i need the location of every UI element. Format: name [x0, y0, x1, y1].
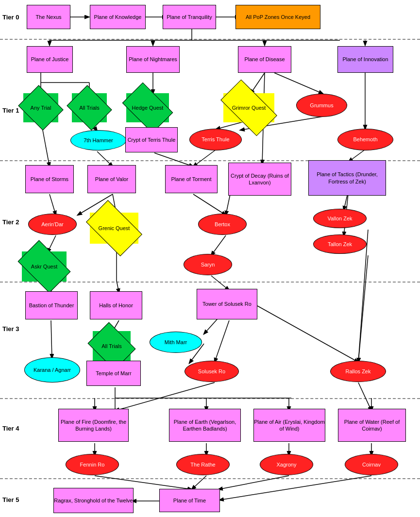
node-grimrorquest: Grimror Quest [223, 93, 274, 122]
tier-divider-4 [0, 478, 420, 479]
node-airplane: Plane of Air (Eryslai, Kingdom of Wind) [253, 409, 325, 442]
node-aerindar: Aerin'Dar [28, 214, 77, 235]
svg-line-42 [51, 320, 52, 358]
node-towersolusek: Tower of Solusek Ro [197, 289, 257, 319]
node-xagrony: Xagrony [260, 454, 313, 475]
node-hallshonor: Halls of Honor [90, 291, 142, 319]
svg-line-48 [257, 306, 358, 362]
svg-line-29 [193, 194, 226, 215]
tier-label-0: Tier 0 [2, 14, 19, 21]
node-valor: Plane of Valor [87, 165, 136, 193]
node-ragrax: Ragrax, Stronghold of the Twelve [53, 488, 134, 513]
node-behemoth: Behemoth [337, 129, 393, 150]
svg-line-22 [154, 153, 193, 167]
svg-line-64 [219, 476, 371, 500]
node-rathe: The Rathe [176, 454, 230, 475]
node-torment: Plane of Torment [165, 165, 218, 193]
node-justice: Plane of Justice [27, 46, 73, 73]
tier-label-1: Tier 1 [2, 107, 19, 114]
node-storms: Plane of Storms [25, 165, 74, 193]
svg-line-14 [274, 73, 323, 94]
node-hedgequest: Hedge Quest [126, 93, 169, 122]
node-coirnav: Coirnav [345, 454, 398, 475]
node-alltrials3: All Trials [93, 331, 131, 361]
node-nexus: The Nexus [27, 5, 70, 29]
tier-label-3: Tier 3 [2, 325, 19, 333]
node-alltrials1: All Trials [72, 93, 107, 122]
tier-label-2: Tier 2 [2, 218, 19, 226]
node-tallonzek: Tallon Zek [313, 234, 367, 254]
node-allpop: All PoP Zones Once Keyed [235, 5, 320, 29]
node-templemarr: Temple of Marr [86, 361, 141, 386]
node-mithmarr: Mith Marr [150, 332, 202, 353]
node-waterplane: Plane of Water (Reef of Coirnav) [338, 409, 406, 442]
tier-divider-3 [0, 398, 420, 399]
node-terristhule: Terris Thule [189, 129, 242, 150]
node-planeoftime: Plane of Time [159, 489, 220, 512]
node-ralloszek: Rallos Zek [330, 361, 386, 382]
svg-line-56 [115, 383, 215, 411]
svg-line-46 [215, 320, 229, 362]
node-bertox: Bertox [198, 214, 247, 235]
svg-line-36 [211, 235, 226, 255]
node-saryn: Saryn [184, 254, 232, 275]
node-karana: Karana / Agnarr [24, 357, 80, 383]
node-nightmares: Plane of Nightmares [126, 46, 180, 73]
svg-line-41 [358, 255, 368, 362]
node-innovation: Plane of Innovation [337, 46, 393, 73]
node-cryptdecay: Crypt of Decay (Ruins of Lxanvon) [228, 163, 291, 196]
node-grenic: Grenic Quest [90, 213, 138, 244]
svg-line-26 [50, 194, 56, 215]
node-tactics: Plane of Tactics (Drunder, Fortress of Z… [308, 160, 386, 196]
node-disease: Plane of Disease [238, 46, 291, 73]
tier-label-4: Tier 4 [2, 425, 19, 432]
tier-divider-2 [0, 282, 420, 283]
svg-line-39 [211, 276, 229, 290]
node-earthplane: Plane of Earth (Vegarlson, Earthen Badla… [169, 409, 241, 442]
node-vallonzek: Vallon Zek [313, 209, 367, 228]
node-askrquest: Askr Quest [22, 251, 67, 282]
tier-label-5: Tier 5 [2, 496, 19, 503]
node-cryptterris: Crypt of Terris Thule [125, 127, 178, 152]
node-solusekro: Solusek Ro [185, 361, 239, 382]
node-7hammer: 7th Hammer [70, 130, 126, 150]
node-anytrial: Any Trial [23, 93, 58, 122]
node-tranquility: Plane of Tranquility [163, 5, 216, 29]
node-knowledge: Plane of Knowledge [90, 5, 146, 29]
svg-line-55 [358, 383, 371, 411]
node-grummus: Grummus [296, 94, 347, 117]
node-fireplane: Plane of Fire (Doomfire, the Burning Lan… [58, 409, 129, 442]
svg-line-21 [97, 151, 113, 167]
tier-divider-0 [0, 39, 420, 40]
node-bastion: Bastion of Thunder [25, 291, 78, 319]
svg-line-23 [193, 150, 216, 167]
node-fennin: Fennin Ro [66, 454, 119, 475]
diagram: Tier 0 Tier 1 Tier 2 Tier 3 Tier 4 Tier … [0, 0, 420, 517]
